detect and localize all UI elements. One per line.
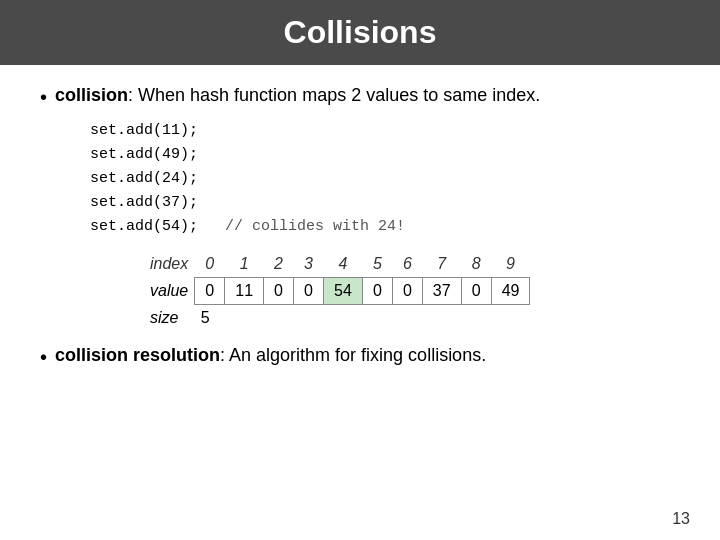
col-0: 0 (195, 251, 225, 278)
bullet1-text: collision: When hash function maps 2 val… (55, 85, 540, 106)
val-1: 11 (225, 278, 264, 305)
bullet-resolution: • collision resolution: An algorithm for… (40, 345, 680, 369)
code-comment: // collides with 24! (207, 218, 405, 235)
bullet-dot-2: • (40, 346, 47, 369)
bullet2-rest: : An algorithm for fixing collisions. (220, 345, 486, 365)
col-5: 5 (362, 251, 392, 278)
header: Collisions (0, 0, 720, 65)
bullet2-term: collision resolution (55, 345, 220, 365)
val-6: 0 (392, 278, 422, 305)
index-label: index (140, 251, 195, 278)
bullet-collision: • collision: When hash function maps 2 v… (40, 85, 680, 109)
hash-table: index 0 1 2 3 4 5 6 7 8 9 value 0 11 0 0… (140, 251, 680, 331)
val-9: 49 (491, 278, 530, 305)
col-2: 2 (264, 251, 294, 278)
table-size-row: size 5 (140, 305, 530, 332)
val-5: 0 (362, 278, 392, 305)
val-7: 37 (422, 278, 461, 305)
table-header-row: index 0 1 2 3 4 5 6 7 8 9 (140, 251, 530, 278)
val-3: 0 (294, 278, 324, 305)
header-title: Collisions (284, 14, 437, 50)
code-line-1: set.add(11); (90, 119, 680, 143)
value-label: value (140, 278, 195, 305)
table-value-row: value 0 11 0 0 54 0 0 37 0 49 (140, 278, 530, 305)
col-3: 3 (294, 251, 324, 278)
col-9: 9 (491, 251, 530, 278)
val-0: 0 (195, 278, 225, 305)
code-line-4: set.add(37); (90, 191, 680, 215)
col-8: 8 (461, 251, 491, 278)
val-2: 0 (264, 278, 294, 305)
size-value: 5 (195, 305, 530, 332)
code-line-5: set.add(54); // collides with 24! (90, 215, 680, 239)
val-8: 0 (461, 278, 491, 305)
code-block: set.add(11); set.add(49); set.add(24); s… (90, 119, 680, 239)
col-4: 4 (324, 251, 363, 278)
code-line-3: set.add(24); (90, 167, 680, 191)
bullet2-text: collision resolution: An algorithm for f… (55, 345, 486, 366)
code-line-2: set.add(49); (90, 143, 680, 167)
val-4-highlight: 54 (324, 278, 363, 305)
page-number: 13 (672, 510, 690, 528)
col-6: 6 (392, 251, 422, 278)
bullet1-rest: : When hash function maps 2 values to sa… (128, 85, 540, 105)
col-1: 1 (225, 251, 264, 278)
col-7: 7 (422, 251, 461, 278)
bullet1-term: collision (55, 85, 128, 105)
size-label: size (140, 305, 195, 332)
bullet-dot-1: • (40, 86, 47, 109)
